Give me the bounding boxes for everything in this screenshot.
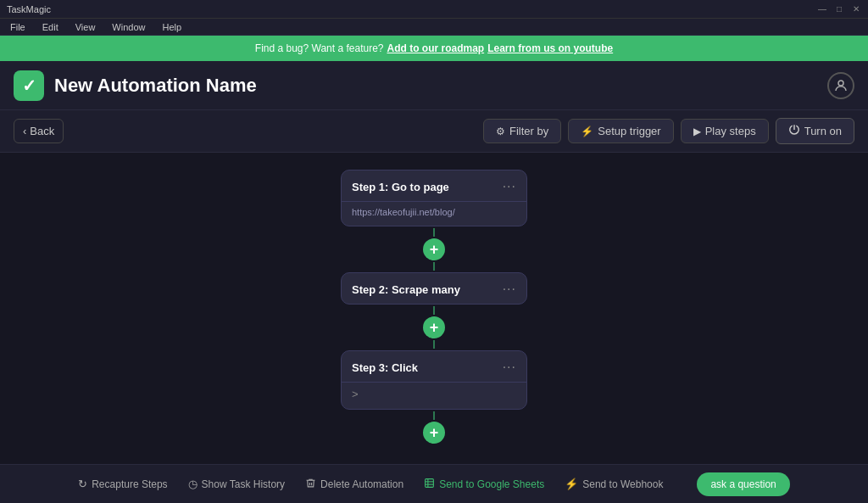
play-icon: ▶ [693, 126, 701, 137]
menu-help[interactable]: Help [159, 20, 185, 34]
step-2-title: Step 2: Scrape many [352, 283, 460, 296]
step-1-menu-icon[interactable]: ··· [503, 179, 516, 194]
recapture-label: Recapture Steps [92, 478, 167, 490]
add-step-button-1[interactable]: + [423, 238, 445, 260]
banner-link-roadmap[interactable]: Add to our roadmap [387, 42, 484, 54]
recapture-steps-button[interactable]: ↻ Recapture Steps [78, 478, 167, 490]
step-3-title: Step 3: Click [352, 361, 418, 374]
step-2-header: Step 2: Scrape many ··· [342, 273, 526, 304]
webhook-icon: ⚡ [565, 478, 578, 490]
filter-icon: ⚙ [496, 126, 505, 137]
webhook-label: Send to Webhook [582, 478, 663, 490]
logo-checkmark-icon: ✓ [22, 75, 36, 96]
back-button[interactable]: ‹ Back [14, 119, 64, 143]
add-step-button-3[interactable]: + [423, 422, 445, 444]
step-1-url: https://takeofujii.net/blog/ [352, 207, 455, 217]
delete-automation-button[interactable]: Delete Automation [305, 478, 403, 491]
banner-text: Find a bug? Want a feature? [255, 42, 384, 54]
step-1-title: Step 1: Go to page [352, 181, 449, 193]
step-2-menu-icon[interactable]: ··· [503, 282, 516, 297]
turn-on-icon [788, 124, 800, 138]
setup-trigger-label: Setup trigger [598, 125, 660, 137]
trigger-icon: ⚡ [581, 126, 593, 137]
steps-container: Step 1: Go to page ··· https://takeofuji… [222, 170, 646, 447]
turn-on-button[interactable]: Turn on [776, 118, 854, 144]
step-3-menu-icon[interactable]: ··· [503, 360, 516, 375]
delete-label: Delete Automation [320, 478, 403, 490]
sheets-label: Send to Google Sheets [439, 478, 544, 490]
menu-edit[interactable]: Edit [39, 20, 62, 34]
close-button[interactable]: ✕ [851, 4, 861, 14]
connector-2: + [423, 306, 445, 349]
connector-line-2 [433, 306, 435, 315]
add-step-button-2[interactable]: + [423, 316, 445, 338]
step-1-header: Step 1: Go to page ··· [342, 170, 526, 201]
send-to-sheets-button[interactable]: Send to Google Sheets [424, 478, 544, 491]
play-steps-label: Play steps [705, 125, 756, 137]
delete-icon [305, 478, 316, 491]
toolbar: ‹ Back ⚙ Filter by ⚡ Setup trigger ▶ Pla… [0, 110, 868, 153]
menubar: File Edit View Window Help [0, 19, 868, 36]
footer: ↻ Recapture Steps ◷ Show Task History De… [0, 464, 868, 503]
history-label: Show Task History [202, 478, 285, 490]
svg-point-0 [838, 81, 843, 86]
step-1-content: https://takeofujii.net/blog/ [342, 201, 526, 226]
automation-name-title: New Automation Name [54, 75, 827, 97]
connector-line-2b [433, 340, 435, 349]
back-chevron-icon: ‹ [23, 125, 26, 137]
svg-rect-2 [426, 478, 434, 487]
play-steps-button[interactable]: ▶ Play steps [681, 119, 769, 143]
toolbar-actions: ⚙ Filter by ⚡ Setup trigger ▶ Play steps… [483, 118, 854, 144]
sheets-icon [424, 478, 435, 491]
step-3-header: Step 3: Click ··· [342, 351, 526, 382]
filter-button[interactable]: ⚙ Filter by [483, 119, 561, 143]
maximize-button[interactable]: □ [834, 4, 844, 14]
filter-label: Filter by [509, 125, 548, 137]
connector-line-1b [433, 262, 435, 271]
connector-line-3 [433, 411, 435, 420]
step-card-2[interactable]: Step 2: Scrape many ··· [341, 272, 527, 305]
window-controls[interactable]: — □ ✕ [817, 4, 861, 14]
menu-window[interactable]: Window [108, 20, 148, 34]
announcement-banner: Find a bug? Want a feature? Add to our r… [0, 36, 868, 61]
menu-view[interactable]: View [72, 20, 99, 34]
step-3-content: > [342, 382, 526, 409]
menu-file[interactable]: File [7, 20, 29, 34]
send-to-webhook-button[interactable]: ⚡ Send to Webhook [565, 478, 663, 490]
show-task-history-button[interactable]: ◷ Show Task History [188, 478, 285, 490]
connector-3: + [423, 411, 445, 445]
setup-trigger-button[interactable]: ⚡ Setup trigger [568, 119, 673, 143]
connector-line-1 [433, 228, 435, 237]
step-card-3[interactable]: Step 3: Click ··· > [341, 350, 527, 410]
recapture-icon: ↻ [78, 478, 87, 490]
user-avatar[interactable] [827, 72, 854, 99]
banner-link-youtube[interactable]: Learn from us on youtube [487, 42, 613, 54]
turn-on-label: Turn on [804, 125, 842, 137]
connector-1: + [423, 228, 445, 271]
step-card-1[interactable]: Step 1: Go to page ··· https://takeofuji… [341, 170, 527, 226]
app-header: ✓ New Automation Name [0, 61, 868, 110]
ask-question-button[interactable]: ask a question [697, 472, 789, 496]
step-3-arrow: > [352, 388, 359, 400]
titlebar: TaskMagic — □ ✕ [0, 0, 868, 19]
minimize-button[interactable]: — [817, 4, 827, 14]
main-content: Step 1: Go to page ··· https://takeofuji… [0, 153, 868, 464]
back-label: Back [30, 125, 54, 137]
app-title: TaskMagic [7, 4, 51, 14]
app-logo: ✓ [14, 70, 44, 101]
history-icon: ◷ [188, 478, 198, 490]
